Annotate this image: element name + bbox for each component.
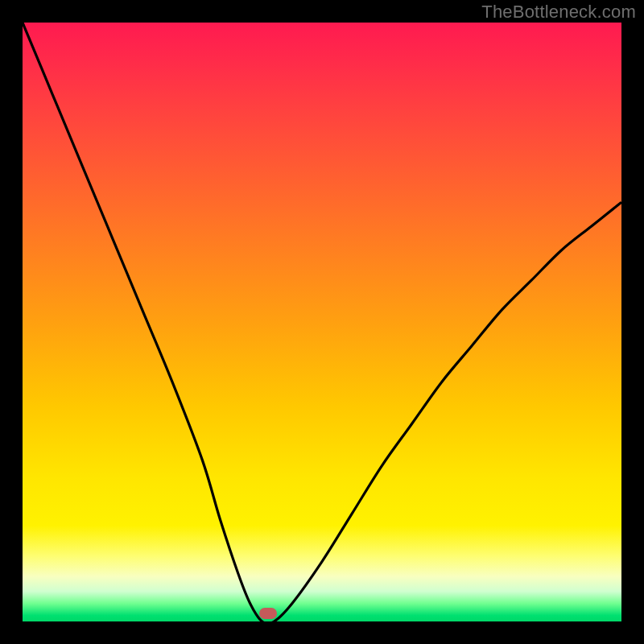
watermark-text: TheBottleneck.com <box>481 2 636 23</box>
chart-frame: TheBottleneck.com <box>0 0 644 644</box>
plot-area <box>23 23 621 621</box>
optimal-point-marker <box>259 608 277 619</box>
bottleneck-curve-path <box>23 23 621 621</box>
bottleneck-curve <box>23 23 621 621</box>
